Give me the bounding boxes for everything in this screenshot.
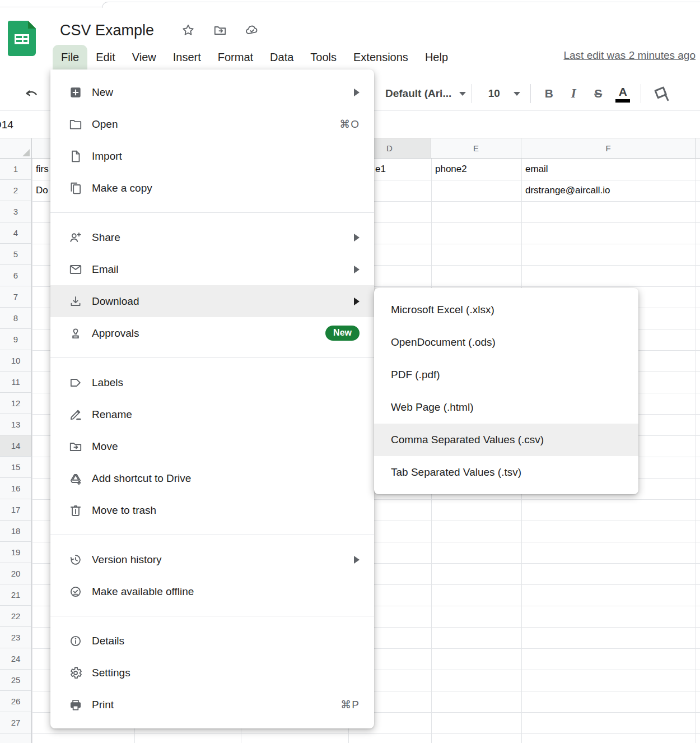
row-header-8[interactable]: 8	[0, 308, 32, 329]
font-size-dropdown[interactable]: 10	[478, 87, 525, 100]
cell-A1[interactable]: firs	[36, 159, 49, 180]
row-header-24[interactable]: 24	[0, 648, 32, 670]
column-header-F[interactable]: F	[521, 138, 696, 159]
menu-item-make-a-copy[interactable]: Make a copy	[50, 172, 374, 204]
row-header-19[interactable]: 19	[0, 542, 32, 563]
cell-E1[interactable]: phone2	[435, 159, 467, 180]
submenu-item-pdf-pdf[interactable]: PDF (.pdf)	[374, 359, 638, 391]
menubar-format[interactable]: Format	[209, 45, 262, 69]
menu-item-make-available-offline[interactable]: Make available offline	[50, 575, 374, 607]
strikethrough-button[interactable]: S	[586, 82, 610, 105]
menu-item-labels[interactable]: Labels	[50, 366, 374, 398]
undo-button[interactable]	[21, 83, 43, 105]
row-header-1[interactable]: 1	[0, 159, 32, 180]
last-edit-link[interactable]: Last edit was 2 minutes ago	[563, 49, 696, 62]
menu-item-import[interactable]: Import	[50, 140, 374, 172]
menu-item-share[interactable]: Share	[50, 221, 374, 253]
menu-item-label: Settings	[92, 667, 130, 679]
bold-button[interactable]: B	[536, 82, 561, 105]
row-header-7[interactable]: 7	[0, 286, 32, 308]
new-document-icon	[68, 85, 83, 100]
column-header-G[interactable]: G	[696, 138, 700, 159]
star-icon[interactable]	[181, 23, 195, 38]
row-header-3[interactable]: 3	[0, 201, 32, 222]
row-header-2[interactable]: 2	[0, 180, 32, 201]
row-header-13[interactable]: 13	[0, 414, 32, 435]
menubar-extensions[interactable]: Extensions	[345, 45, 417, 69]
google-sheets-app: CSV Example FileEditViewInsertFormatData…	[0, 0, 700, 743]
menu-item-download[interactable]: Download	[50, 285, 374, 317]
menu-item-move-to-trash[interactable]: Move to trash	[50, 494, 374, 526]
row-header-11[interactable]: 11	[0, 372, 32, 393]
row-header-12[interactable]: 12	[0, 393, 32, 414]
row-header-25[interactable]: 25	[0, 670, 32, 691]
paint-format-icon[interactable]	[650, 84, 673, 103]
row-header-15[interactable]: 15	[0, 457, 32, 478]
row-header-9[interactable]: 9	[0, 329, 32, 350]
menu-item-approvals[interactable]: ApprovalsNew	[50, 317, 374, 349]
menu-item-move[interactable]: Move	[50, 430, 374, 462]
row-header-21[interactable]: 21	[0, 584, 32, 606]
name-box[interactable]: D14	[0, 111, 49, 139]
submenu-item-opendocument-ods[interactable]: OpenDocument (.ods)	[374, 326, 638, 359]
submenu-arrow-icon	[354, 298, 360, 305]
row-header-10[interactable]: 10	[0, 350, 32, 372]
row-header-26[interactable]: 26	[0, 691, 32, 712]
menu-item-settings[interactable]: Settings	[50, 657, 374, 689]
cloud-check-icon[interactable]	[245, 23, 259, 38]
cell-A2[interactable]: Do	[36, 180, 48, 201]
menu-item-details[interactable]: Details	[50, 625, 374, 657]
row-header-16[interactable]: 16	[0, 478, 32, 499]
row-header-18[interactable]: 18	[0, 521, 32, 542]
italic-button[interactable]: I	[561, 82, 586, 105]
menu-item-print[interactable]: Print⌘P	[50, 689, 374, 721]
text-color-button[interactable]: A	[610, 82, 635, 105]
row-header-20[interactable]: 20	[0, 563, 32, 584]
submenu-item-web-page-html[interactable]: Web Page (.html)	[374, 391, 638, 424]
column-header-E[interactable]: E	[431, 138, 521, 159]
menu-item-label: Version history	[92, 554, 162, 566]
row-header-28[interactable]	[0, 733, 32, 743]
document-title[interactable]: CSV Example	[60, 22, 154, 39]
row-header-6[interactable]: 6	[0, 265, 32, 286]
email-icon	[68, 262, 83, 277]
menu-item-email[interactable]: Email	[50, 253, 374, 285]
menu-item-label: Make available offline	[92, 586, 194, 598]
submenu-item-comma-separated-values-csv[interactable]: Comma Separated Values (.csv)	[374, 424, 638, 456]
select-all-corner[interactable]	[0, 138, 32, 159]
menubar-tools[interactable]: Tools	[302, 45, 345, 69]
row-header-17[interactable]: 17	[0, 499, 32, 521]
menu-item-open[interactable]: Open⌘O	[50, 108, 374, 140]
submenu-item-label: OpenDocument (.ods)	[391, 336, 496, 349]
menubar-insert[interactable]: Insert	[165, 45, 209, 69]
cell-F2[interactable]: drstrange@aircall.io	[525, 180, 610, 201]
menu-item-label: Move to trash	[92, 504, 156, 517]
menubar-edit[interactable]: Edit	[87, 45, 123, 69]
move-folder-icon	[68, 439, 83, 454]
menu-item-add-shortcut-to-drive[interactable]: Add shortcut to Drive	[50, 462, 374, 494]
menu-item-new[interactable]: New	[50, 76, 374, 108]
sheets-logo-icon[interactable]	[8, 21, 36, 56]
cell-F1[interactable]: email	[525, 159, 548, 180]
row-header-22[interactable]: 22	[0, 606, 32, 627]
row-header-23[interactable]: 23	[0, 627, 32, 648]
toolbar-divider	[641, 84, 641, 103]
submenu-item-tab-separated-values-tsv[interactable]: Tab Separated Values (.tsv)	[374, 456, 638, 489]
submenu-item-microsoft-excel-xlsx[interactable]: Microsoft Excel (.xlsx)	[374, 294, 638, 326]
menubar-file[interactable]: File	[53, 45, 87, 69]
menubar-data[interactable]: Data	[262, 45, 302, 69]
font-family-dropdown[interactable]: Default (Ari...	[385, 87, 466, 100]
printer-icon	[68, 698, 83, 712]
menu-item-rename[interactable]: Rename	[50, 398, 374, 430]
row-header-14[interactable]: 14	[0, 435, 32, 457]
row-header-4[interactable]: 4	[0, 222, 32, 244]
submenu-item-label: Comma Separated Values (.csv)	[391, 434, 544, 446]
row-header-5[interactable]: 5	[0, 244, 32, 265]
move-icon[interactable]	[213, 23, 227, 38]
menu-item-version-history[interactable]: Version history	[50, 544, 374, 575]
cell-D1[interactable]: e1	[375, 159, 386, 180]
row-header-27[interactable]: 27	[0, 712, 32, 733]
menubar-help[interactable]: Help	[417, 45, 456, 69]
menubar-view[interactable]: View	[124, 45, 165, 69]
approval-stamp-icon	[68, 326, 83, 341]
